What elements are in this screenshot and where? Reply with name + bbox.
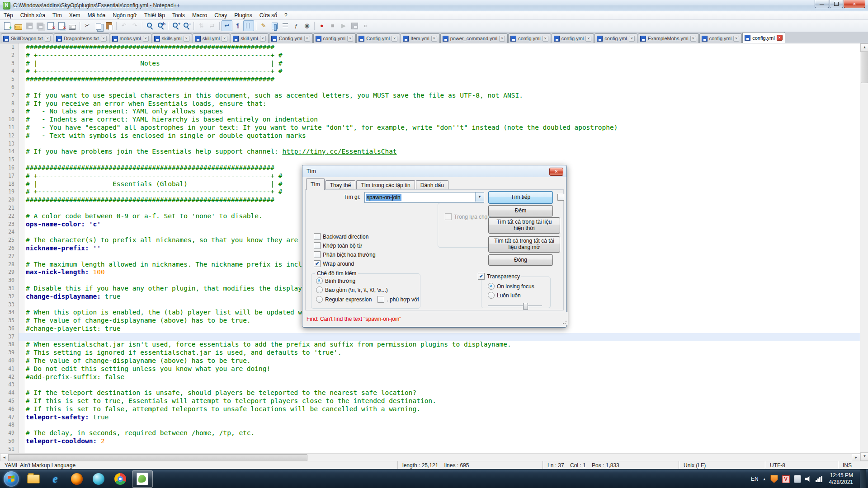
- line-number[interactable]: 44: [0, 389, 19, 397]
- document-tab-config.yml[interactable]: config.yml×: [313, 33, 356, 43]
- tab-close-icon[interactable]: ×: [690, 36, 696, 42]
- menu-item-11[interactable]: Cửa sổ: [256, 12, 281, 19]
- tab-find[interactable]: Tìm: [306, 178, 325, 190]
- menu-item-7[interactable]: Tools: [169, 12, 189, 19]
- code-line-13[interactable]: 13: [0, 140, 860, 148]
- line-number[interactable]: 28: [0, 261, 19, 269]
- line-number[interactable]: 32: [0, 293, 19, 301]
- document-tab-DragonItems.txt[interactable]: DragonItems.txt×: [54, 33, 109, 43]
- whole-word-checkbox-box[interactable]: [314, 242, 321, 249]
- line-number[interactable]: 37: [0, 333, 19, 341]
- horizontal-scroll-thumb[interactable]: [8, 454, 307, 461]
- match-case-checkbox-box[interactable]: [314, 251, 321, 258]
- code-line-6[interactable]: 6: [0, 84, 860, 92]
- code-line-15[interactable]: 15: [0, 156, 860, 164]
- slider-track[interactable]: [488, 305, 542, 306]
- find-icon[interactable]: [144, 20, 155, 31]
- code-line-1[interactable]: 1#######################################…: [0, 43, 860, 52]
- taskbar-chrome-button[interactable]: [110, 471, 130, 487]
- line-number[interactable]: 29: [0, 268, 19, 277]
- document-tab-SkillDragon.txt[interactable]: SkillDragon.txt×: [1, 33, 53, 43]
- line-number[interactable]: 48: [0, 421, 19, 429]
- line-number[interactable]: 20: [0, 196, 19, 204]
- line-number[interactable]: 51: [0, 446, 19, 454]
- menu-item-2[interactable]: Tìm: [49, 12, 66, 19]
- code-line-38[interactable]: 38# When essentialschat.jar isn't used, …: [0, 341, 860, 349]
- find-what-combobox[interactable]: spawn-on-join ▼: [364, 192, 484, 203]
- language-indicator[interactable]: EN: [751, 476, 759, 482]
- start-button[interactable]: [4, 471, 19, 487]
- code-line-44[interactable]: 44# If the teleport destination is unsaf…: [0, 389, 860, 397]
- network-signal-icon[interactable]: [816, 476, 822, 482]
- line-number[interactable]: 22: [0, 212, 19, 221]
- document-tab-mobs.yml[interactable]: mobs.yml×: [110, 33, 151, 43]
- line-number[interactable]: 10: [0, 116, 19, 124]
- slider-thumb[interactable]: [523, 303, 528, 310]
- on-losing-focus-radio-button[interactable]: [488, 283, 495, 290]
- indent-guide-icon[interactable]: [243, 20, 254, 31]
- line-number[interactable]: 27: [0, 253, 19, 261]
- line-number[interactable]: 47: [0, 413, 19, 422]
- antivirus-icon[interactable]: V: [782, 475, 790, 483]
- unlabeled-checkbox[interactable]: [557, 194, 564, 201]
- line-number[interactable]: 39: [0, 349, 19, 357]
- line-number[interactable]: 49: [0, 429, 19, 437]
- tab-mark[interactable]: Đánh dấu: [416, 180, 448, 190]
- document-tab-Config.yml[interactable]: Config.yml×: [356, 33, 400, 43]
- line-number[interactable]: 40: [0, 357, 19, 365]
- horizontal-scrollbar[interactable]: ◄ ►: [0, 453, 860, 461]
- line-number[interactable]: 33: [0, 301, 19, 309]
- zoom-out-icon[interactable]: −: [181, 20, 192, 31]
- code-line-47[interactable]: 47teleport-safety: true: [0, 413, 860, 422]
- line-number[interactable]: 3: [0, 60, 19, 68]
- document-tab-config.yml[interactable]: config.yml×: [508, 33, 551, 43]
- code-line-37[interactable]: 37: [0, 333, 860, 341]
- in-selection-checkbox-box[interactable]: [445, 213, 452, 220]
- code-line-8[interactable]: 8# If you receive an error when Essentia…: [0, 100, 860, 108]
- zoom-in-icon[interactable]: +: [170, 20, 181, 31]
- menu-item-12[interactable]: ?: [281, 12, 291, 19]
- line-number[interactable]: 1: [0, 43, 19, 52]
- line-number[interactable]: 15: [0, 156, 19, 164]
- menu-item-0[interactable]: Tệp: [0, 12, 17, 19]
- menu-item-9[interactable]: Chạy: [211, 12, 231, 19]
- line-number[interactable]: 14: [0, 148, 19, 156]
- minimize-button[interactable]: —: [815, 0, 829, 8]
- show-desktop-button[interactable]: [860, 469, 866, 488]
- code-line-4[interactable]: 4# +------------------------------------…: [0, 67, 860, 75]
- tab-close-icon[interactable]: ×: [392, 36, 397, 42]
- close-all-icon[interactable]: [56, 20, 67, 31]
- line-number[interactable]: 23: [0, 221, 19, 229]
- line-number[interactable]: 7: [0, 92, 19, 100]
- status-encoding[interactable]: UTF-8: [765, 461, 838, 469]
- line-number[interactable]: 42: [0, 373, 19, 381]
- tab-close-icon[interactable]: ×: [499, 36, 505, 42]
- find-dialog-title-bar[interactable]: Tìm: [302, 165, 566, 177]
- line-number[interactable]: 19: [0, 188, 19, 196]
- close-find-button[interactable]: Đóng: [488, 254, 553, 266]
- tab-close-icon[interactable]: ×: [101, 36, 107, 42]
- code-line-40[interactable]: 40# The value of change-displayname (abo…: [0, 357, 860, 365]
- always-radio-button[interactable]: [488, 292, 495, 299]
- line-number[interactable]: 46: [0, 405, 19, 413]
- document-tab-skills.yml[interactable]: skills.yml×: [152, 33, 192, 43]
- code-line-42[interactable]: 42#add-prefix-suffix: false: [0, 373, 860, 381]
- tab-close-icon[interactable]: ×: [777, 35, 783, 41]
- document-tab-skill.yml[interactable]: skill.yml×: [193, 33, 231, 43]
- line-number[interactable]: 38: [0, 341, 19, 349]
- line-number[interactable]: 6: [0, 84, 19, 92]
- paste-icon[interactable]: [104, 20, 114, 31]
- line-number[interactable]: 34: [0, 309, 19, 317]
- find-next-button[interactable]: Tìm tiếp: [488, 191, 553, 204]
- tray-expand-icon[interactable]: ▲: [763, 477, 766, 481]
- line-number[interactable]: 35: [0, 317, 19, 325]
- code-line-10[interactable]: 10# - Indents are correct: YAML hierarch…: [0, 116, 860, 124]
- taskbar-clock[interactable]: 12:45 PM 4/28/2021: [826, 472, 856, 486]
- security-shield-icon[interactable]: [770, 475, 778, 483]
- tab-close-icon[interactable]: ×: [222, 36, 227, 42]
- close-button[interactable]: ×: [844, 0, 865, 8]
- clipboard-tray-icon[interactable]: [794, 475, 801, 483]
- code-line-39[interactable]: 39# This setting is ignored if essential…: [0, 349, 860, 357]
- code-line-3[interactable]: 3# | Notes | #: [0, 60, 860, 68]
- document-tab-ExampleMobs.yml[interactable]: ExampleMobs.yml×: [638, 33, 699, 43]
